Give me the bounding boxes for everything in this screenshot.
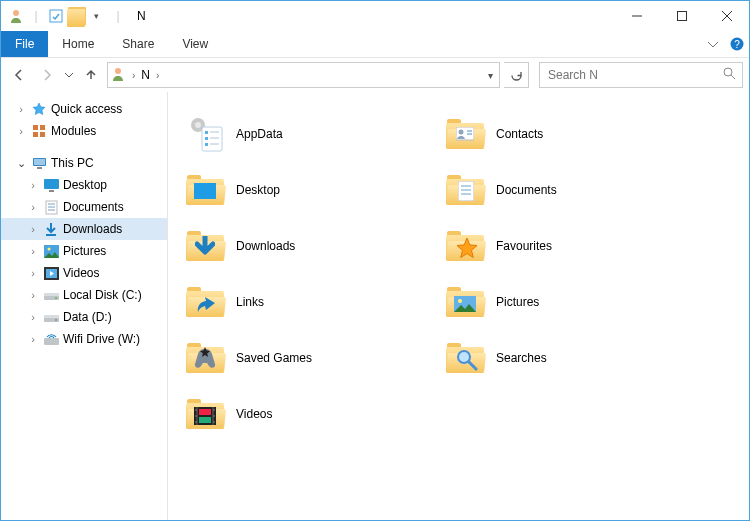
svg-rect-39 — [205, 131, 208, 134]
chevron-right-icon[interactable]: › — [27, 267, 39, 279]
qat-dropdown-icon[interactable]: ▾ — [87, 7, 105, 25]
tree-downloads[interactable]: › Downloads — [1, 218, 167, 240]
chevron-right-icon[interactable]: › — [27, 223, 39, 235]
svg-point-8 — [115, 68, 121, 74]
chevron-right-icon[interactable]: › — [27, 245, 39, 257]
chevron-right-icon[interactable]: › — [15, 103, 27, 115]
svg-point-31 — [55, 297, 57, 299]
folder-saved-games[interactable]: Saved Games — [178, 330, 438, 386]
folder-searches[interactable]: Searches — [438, 330, 698, 386]
tree-label: Data (D:) — [63, 310, 112, 324]
minimize-button[interactable] — [614, 1, 659, 31]
tree-wifi-drive-w[interactable]: › Wifi Drive (W:) — [1, 328, 167, 350]
qat-folder-icon[interactable] — [67, 7, 85, 25]
tree-desktop[interactable]: › Desktop — [1, 174, 167, 196]
folder-favourites[interactable]: Favourites — [438, 218, 698, 274]
qat-separator: | — [27, 7, 45, 25]
search-box[interactable] — [539, 62, 743, 88]
item-label: Videos — [236, 407, 272, 421]
chevron-down-icon[interactable]: ⌄ — [15, 157, 27, 170]
ribbon-expand-icon[interactable] — [701, 31, 725, 57]
folder-contacts[interactable]: Contacts — [438, 106, 698, 162]
item-label: Links — [236, 295, 264, 309]
item-label: Pictures — [496, 295, 539, 309]
svg-rect-35 — [44, 338, 59, 345]
chevron-right-icon[interactable]: › — [27, 333, 39, 345]
svg-rect-62 — [199, 417, 211, 423]
tree-label: Desktop — [63, 178, 107, 192]
close-button[interactable] — [704, 1, 749, 31]
tree-documents[interactable]: › Documents — [1, 196, 167, 218]
help-icon[interactable]: ? — [725, 31, 749, 57]
tree-label: Modules — [51, 124, 96, 138]
chevron-right-icon[interactable]: › — [15, 125, 27, 137]
videos-folder-icon — [184, 393, 226, 435]
properties-icon[interactable] — [47, 7, 65, 25]
star-icon — [31, 101, 47, 117]
drive-icon — [43, 309, 59, 325]
downloads-icon — [43, 221, 59, 237]
window-controls — [614, 1, 749, 31]
forward-button[interactable] — [35, 63, 59, 87]
folder-links[interactable]: Links — [178, 274, 438, 330]
item-label: Favourites — [496, 239, 552, 253]
folder-desktop[interactable]: Desktop — [178, 162, 438, 218]
content-pane[interactable]: AppData Contacts Desktop — [168, 92, 749, 520]
appdata-icon — [184, 113, 226, 155]
breadcrumb-root[interactable]: N — [141, 68, 150, 82]
svg-point-9 — [724, 68, 732, 76]
svg-rect-12 — [40, 125, 45, 130]
explorer-window: | ▾ | N File Home Share View ? — [0, 0, 750, 521]
title-bar: | ▾ | N — [1, 1, 749, 31]
chevron-right-icon[interactable]: › — [27, 179, 39, 191]
chevron-right-icon[interactable]: › — [27, 201, 39, 213]
tree-this-pc[interactable]: ⌄ This PC — [1, 152, 167, 174]
svg-point-64 — [195, 415, 197, 417]
folder-videos[interactable]: Videos — [178, 386, 438, 442]
address-bar[interactable]: › N › ▾ — [107, 62, 500, 88]
tree-videos[interactable]: › Videos — [1, 262, 167, 284]
refresh-button[interactable] — [504, 62, 529, 88]
folder-documents[interactable]: Documents — [438, 162, 698, 218]
address-history-dropdown[interactable]: ▾ — [488, 70, 497, 81]
search-input[interactable] — [546, 67, 736, 83]
tree-label: Videos — [63, 266, 99, 280]
svg-text:?: ? — [734, 39, 740, 50]
folder-downloads[interactable]: Downloads — [178, 218, 438, 274]
back-button[interactable] — [7, 63, 31, 87]
videos-icon — [43, 265, 59, 281]
tree-label: This PC — [51, 156, 94, 170]
tree-pictures[interactable]: › Pictures — [1, 240, 167, 262]
tab-view[interactable]: View — [168, 31, 222, 57]
tree-modules[interactable]: › Modules — [1, 120, 167, 142]
documents-folder-icon — [444, 169, 486, 211]
folder-pictures[interactable]: Pictures — [438, 274, 698, 330]
tree-data-d[interactable]: › Data (D:) — [1, 306, 167, 328]
user-icon[interactable] — [7, 7, 25, 25]
tree-label: Wifi Drive (W:) — [63, 332, 140, 346]
tab-home[interactable]: Home — [48, 31, 108, 57]
item-label: Saved Games — [236, 351, 312, 365]
up-button[interactable] — [79, 63, 103, 87]
body: › Quick access › Modules ⌄ This PC › Des… — [1, 92, 749, 520]
modules-icon — [31, 123, 47, 139]
desktop-folder-icon — [184, 169, 226, 211]
svg-point-68 — [213, 421, 215, 423]
tree-quick-access[interactable]: › Quick access — [1, 98, 167, 120]
tab-file[interactable]: File — [1, 31, 48, 57]
chevron-right-icon[interactable]: › — [27, 311, 39, 323]
svg-rect-41 — [205, 143, 208, 146]
tab-share[interactable]: Share — [108, 31, 168, 57]
chevron-right-icon[interactable]: › — [132, 70, 135, 81]
tree-label: Pictures — [63, 244, 106, 258]
tree-label: Documents — [63, 200, 124, 214]
svg-point-46 — [459, 130, 464, 135]
svg-rect-1 — [50, 10, 62, 22]
tree-local-disk-c[interactable]: › Local Disk (C:) — [1, 284, 167, 306]
chevron-right-icon[interactable]: › — [156, 70, 159, 81]
maximize-button[interactable] — [659, 1, 704, 31]
folder-appdata[interactable]: AppData — [178, 106, 438, 162]
recent-dropdown-icon[interactable] — [63, 63, 75, 87]
svg-rect-17 — [37, 167, 42, 169]
chevron-right-icon[interactable]: › — [27, 289, 39, 301]
